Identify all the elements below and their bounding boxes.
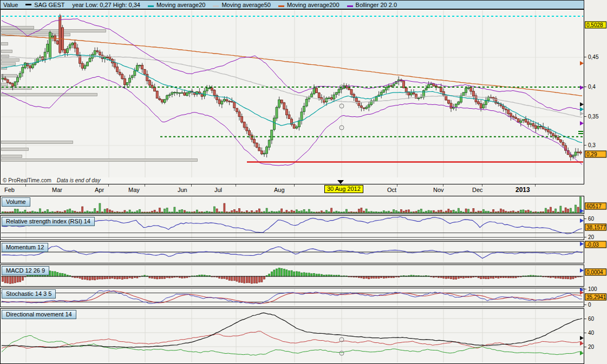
macd-panel[interactable]: MACD 12 26 9: [0, 264, 584, 287]
time-axis-tick: [535, 184, 536, 187]
month-label-jun[interactable]: Jun: [178, 187, 187, 193]
indicator-tick-label: 40: [588, 330, 594, 336]
volume-chart-canvas[interactable]: [1, 196, 584, 214]
indicator-tick-mark: [584, 219, 586, 219]
indicator-tick-mark: [584, 305, 586, 305]
chart-legend-toolbar: Value SAG GEST year Low: 0,27 High: 0,34…: [0, 0, 584, 9]
instrument-swatch: [25, 4, 31, 5]
data-note: Data is end of day: [57, 177, 101, 183]
moving-average20-swatch: [148, 5, 154, 7]
time-axis-tick: [145, 184, 145, 187]
indicator-tick-mark: [584, 237, 586, 237]
month-label-aug[interactable]: Aug: [274, 187, 285, 193]
momentum-chart-canvas[interactable]: [1, 242, 584, 263]
directional-movement-chart-canvas[interactable]: [1, 309, 584, 363]
value-label: Value: [3, 2, 18, 8]
month-label-feb[interactable]: Feb: [4, 187, 15, 193]
bollinger-lower-marker-icon: [580, 121, 584, 125]
indicator-tick-label: 20: [588, 344, 594, 350]
legend-item-label: Moving average200: [287, 2, 340, 8]
price-tick-label: 0,3: [588, 142, 596, 148]
time-axis[interactable]: FebMarAprMayJunJulAugOctNovDec2013: [0, 184, 584, 196]
last-price-box: 0,29: [585, 151, 606, 158]
support-level-marker-icon: [578, 133, 583, 134]
time-axis-tick: [191, 184, 192, 187]
indicator-legend: Moving average20Moving average50Moving a…: [148, 2, 404, 8]
price-tick-mark: [584, 87, 586, 87]
time-axis-tick: [25, 184, 26, 187]
macd-panel-label[interactable]: MACD 12 26 9: [2, 266, 49, 275]
indicator-tick-label: 60: [588, 216, 594, 222]
copyright-text: © ProRealTime.com: [3, 177, 51, 183]
price-axis-column[interactable]: 0,450,40,350,3602010006040200,50280,2960…: [584, 9, 607, 364]
volume-panel-label[interactable]: Volume: [2, 197, 30, 207]
rsi-value-box: 38,1577: [585, 224, 606, 231]
price-chart-canvas[interactable]: [1, 10, 584, 184]
month-label-may[interactable]: May: [128, 187, 140, 193]
legend-item-label: Bollinger 20 2.0: [356, 2, 397, 8]
selected-date-label: 30 Aug 2012: [324, 185, 363, 193]
month-label-dec[interactable]: Dec: [472, 187, 483, 193]
macd-chart-canvas[interactable]: [1, 265, 584, 286]
ma20-level-marker-icon: [580, 107, 584, 111]
price-level-marker-icon: [580, 102, 584, 107]
price-chart-panel[interactable]: © ProRealTime.comData is end of day: [0, 9, 584, 184]
time-axis-tick: [294, 184, 295, 187]
adx-marker-icon: [580, 336, 584, 340]
month-label-apr[interactable]: Apr: [95, 187, 104, 193]
month-label-mar[interactable]: Mar: [52, 187, 62, 193]
ma50-level-marker-icon: [580, 111, 584, 116]
indicator-tick-mark: [584, 347, 586, 347]
rsi-panel-label[interactable]: Relative strength index (RSI) 14: [2, 217, 95, 226]
stochastic-value-box: 35,2941: [585, 294, 606, 301]
directional-movement-panel-label[interactable]: Directional movement 14: [2, 310, 76, 319]
stochastic-d-marker-icon: [580, 290, 584, 295]
copyright-bar: © ProRealTime.comData is end of day: [1, 177, 584, 184]
volume-panel[interactable]: Volume: [0, 196, 584, 214]
momentum-marker-icon: [580, 242, 584, 246]
indicator-tick-label: 60: [588, 316, 594, 322]
instrument-name: SAG GEST: [34, 2, 64, 8]
rsi-panel[interactable]: Relative strength index (RSI) 14: [0, 215, 584, 240]
time-axis-tick: [397, 184, 397, 187]
bollinger-20-2-0-swatch: [347, 5, 353, 7]
indicator-tick-label: 0: [588, 302, 591, 308]
month-label-nov[interactable]: Nov: [433, 187, 444, 193]
price-tick-mark: [584, 116, 586, 117]
momentum-panel-label[interactable]: Momentum 12: [2, 243, 48, 252]
price-tick-mark: [584, 57, 586, 57]
momentum-panel[interactable]: Momentum 12: [0, 241, 584, 263]
price-tick-label: 0,35: [588, 114, 598, 120]
legend-item-label: Moving average50: [221, 2, 271, 8]
directional-movement-panel[interactable]: Directional movement 14: [0, 308, 584, 364]
indicator-tick-label: 20: [588, 234, 594, 240]
year-range-label: year Low: 0,27 High: 0,34: [73, 2, 140, 8]
indicator-tick-mark: [584, 319, 586, 319]
macd-marker-icon: [580, 268, 584, 273]
stochastic-panel-label[interactable]: Stochastic 14 3 5: [2, 289, 56, 299]
time-axis-tick: [108, 184, 109, 187]
indicator-tick-mark: [584, 289, 586, 289]
indicator-tick-label: 100: [588, 286, 597, 292]
macd-value-box: 0,0004: [585, 269, 606, 276]
bollinger-upper-marker-icon: [580, 85, 584, 90]
di-plus-marker-icon: [580, 351, 584, 355]
moving-average200-swatch: [278, 5, 284, 7]
price-tick-mark: [584, 145, 586, 145]
time-axis-tick: [236, 184, 236, 187]
stochastic-chart-canvas[interactable]: [1, 288, 584, 307]
volume-value-box: 60517: [585, 203, 606, 210]
legend-item-label: Moving average20: [156, 2, 206, 8]
support-level-marker-icon: [578, 131, 583, 132]
di-minus-marker-icon: [580, 341, 584, 346]
rsi-marker-icon: [580, 219, 584, 223]
moving-average50-swatch: [213, 5, 219, 7]
month-label-jul[interactable]: Jul: [214, 187, 222, 193]
price-high-box: 0,5028: [585, 22, 606, 29]
volume-marker-icon: [580, 209, 584, 213]
indicator-tick-mark: [584, 333, 586, 333]
month-label-2013[interactable]: 2013: [515, 186, 530, 194]
price-tick-label: 0,45: [588, 54, 598, 60]
stochastic-panel[interactable]: Stochastic 14 3 5: [0, 288, 584, 307]
month-label-oct[interactable]: Oct: [387, 187, 396, 193]
